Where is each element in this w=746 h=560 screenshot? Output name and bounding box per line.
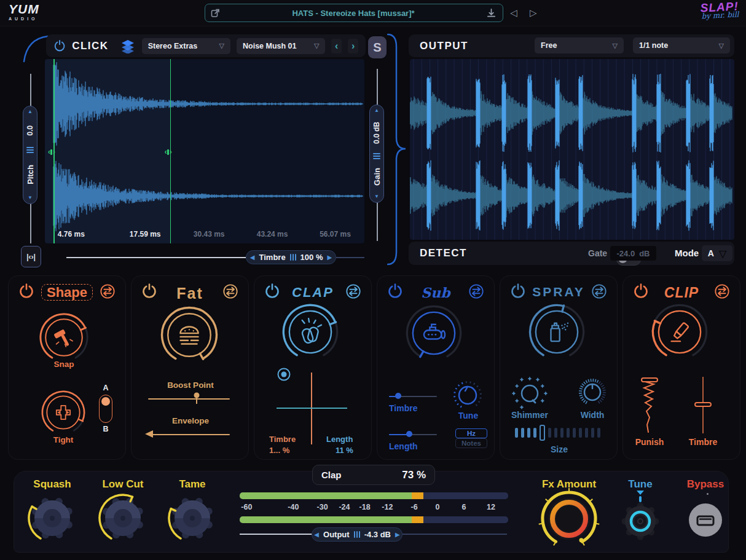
start-marker-handle[interactable]: ‹› (48, 148, 55, 156)
clip-timbre-slider[interactable] (693, 374, 713, 436)
routing-brace-decoration (387, 33, 409, 267)
sub-tune-knob[interactable] (452, 379, 484, 411)
click-header: CLICK Stereo Extras▽ Noise Mush 01▽ ‹ › (46, 34, 366, 57)
shape-randomize-button[interactable] (100, 283, 116, 299)
output-slider-handle[interactable]: ◀ Output -4.3 dB ▶ (312, 527, 402, 542)
sub-unit-hz-toggle[interactable]: Hz (455, 428, 487, 438)
envelope-handle[interactable] (144, 429, 155, 439)
size-slider[interactable] (515, 425, 604, 441)
value-tooltip: Clap 73 % (312, 465, 435, 485)
bypass-button[interactable] (689, 503, 722, 537)
bypass-label: Bypass (684, 478, 727, 491)
fat-knob[interactable] (155, 301, 224, 369)
clap-knob[interactable] (277, 298, 344, 366)
tune-knob[interactable] (621, 502, 659, 540)
sample-prev-button[interactable]: ‹ (331, 39, 342, 53)
sub-randomize-button[interactable] (468, 283, 484, 299)
shimmer-knob[interactable] (511, 374, 549, 412)
sync-mode-dropdown[interactable]: Free▽ (535, 37, 624, 53)
time-label: 17.59 ms (130, 230, 161, 239)
download-icon[interactable] (484, 6, 498, 20)
time-label: 30.43 ms (194, 230, 225, 239)
punish-handle[interactable] (642, 378, 658, 382)
spray-randomize-button[interactable] (591, 283, 607, 299)
click-title: CLICK (72, 40, 108, 52)
preset-browser[interactable]: HATS - Stereoize Hats [mussar]* (205, 4, 503, 22)
gate-threshold-field[interactable]: -24.0dB (610, 246, 656, 261)
chevron-down-icon: ▽ (719, 248, 726, 259)
plugin-window: YUM AUDIO HATS - Stereoize Hats [mussar]… (0, 0, 746, 560)
meter-scale: -60 -40 -30 -24 -18 -12 -6 0 6 12 (240, 503, 508, 513)
layers-icon[interactable] (120, 39, 136, 53)
clap-randomize-button[interactable] (345, 283, 361, 299)
ab-toggle[interactable] (99, 395, 112, 423)
triangle-down-icon: ▼ (374, 194, 379, 199)
timbre-slider-handle[interactable]: ◀ Timbre 100 % ▶ (246, 250, 336, 264)
sub-unit-notes-toggle[interactable]: Notes (455, 438, 487, 448)
output-slider-track[interactable] (240, 534, 312, 535)
envelope-slider[interactable] (148, 434, 230, 435)
gain-slider-handle[interactable]: ▲ 0.0 dB Gain ▼ (369, 105, 384, 203)
sub-knob[interactable] (400, 299, 468, 367)
module-spray: SPRAY Shimmer Width Size (500, 275, 618, 460)
timbre-label: Timbre (259, 253, 286, 262)
triangle-up-icon: ▲ (28, 109, 33, 114)
top-bar: YUM AUDIO HATS - Stereoize Hats [mussar]… (0, 0, 746, 26)
tune-pointer-bar (639, 496, 642, 502)
spray-knob[interactable] (523, 298, 591, 366)
gain-label: Gain (372, 168, 382, 186)
fx-amount-knob[interactable] (538, 488, 600, 550)
punish-slider[interactable] (639, 374, 660, 436)
output-waveform (410, 59, 734, 240)
module-clip: CLIP Punish Timbre (622, 275, 740, 460)
mode-dropdown[interactable]: A▽ (702, 245, 732, 261)
boost-point-slider[interactable] (148, 398, 230, 400)
clip-knob[interactable] (646, 298, 713, 366)
zoom-range-button[interactable]: |‹›| (21, 246, 41, 267)
boost-point-handle[interactable] (192, 392, 202, 405)
squash-knob[interactable] (26, 492, 78, 544)
squash-label: Squash (22, 478, 83, 491)
preset-name[interactable]: HATS - Stereoize Hats [mussar]* (222, 9, 484, 18)
fat-randomize-button[interactable] (222, 283, 238, 299)
preset-next-button[interactable]: ▷ (530, 7, 537, 18)
clip-timbre-handle[interactable] (695, 403, 711, 406)
tight-label: Tight (39, 435, 88, 444)
pitch-slider-handle[interactable]: ▲ 0.0 Pitch ▼ (23, 106, 37, 204)
time-label: 4.76 ms (58, 230, 85, 239)
timbre-value: 100 % (300, 253, 323, 262)
snap-knob[interactable] (34, 308, 93, 367)
sample-next-button[interactable]: › (348, 39, 358, 53)
clip-timbre-label: Timbre (681, 437, 724, 447)
tame-label: Tame (162, 478, 223, 491)
timbre-slider-track-right (336, 257, 364, 258)
click-power-button[interactable] (53, 39, 66, 53)
width-knob[interactable] (575, 374, 610, 410)
click-sample-dropdown[interactable]: Noise Mush 01▽ (237, 38, 325, 54)
low-cut-knob[interactable] (97, 492, 149, 544)
clap-xy-y-axis[interactable] (277, 408, 347, 409)
tight-knob[interactable] (37, 386, 90, 439)
timbre-slider-track[interactable] (66, 257, 246, 258)
sub-timbre-handle[interactable] (395, 393, 401, 399)
time-label: 56.07 ms (320, 230, 351, 239)
clap-x-value: 1... % (269, 446, 289, 455)
tame-knob[interactable] (167, 492, 218, 544)
clap-mode-radio[interactable] (277, 367, 291, 382)
preset-prev-button[interactable]: ◁ (510, 7, 517, 18)
output-slider-track-right (402, 534, 507, 535)
low-cut-label: Low Cut (92, 478, 154, 491)
pitch-label: Pitch (26, 165, 35, 184)
drag-ticks-icon (354, 531, 360, 538)
module-shape: Shape Snap Tight A B (8, 275, 126, 460)
export-icon[interactable] (209, 6, 222, 20)
tooltip-label: Clap (321, 470, 342, 480)
solo-button[interactable]: S (368, 36, 387, 58)
clip-randomize-button[interactable] (714, 283, 730, 299)
end-marker-handle[interactable]: ‹› (165, 148, 171, 156)
sub-length-handle[interactable] (406, 431, 412, 437)
note-value-dropdown[interactable]: 1/1 note▽ (633, 37, 730, 53)
arrow-left-icon: ◀ (314, 531, 319, 538)
click-layer-dropdown[interactable]: Stereo Extras▽ (142, 38, 230, 54)
detect-bar: DETECT Gate -24.0dB Mode A▽ (409, 242, 734, 265)
